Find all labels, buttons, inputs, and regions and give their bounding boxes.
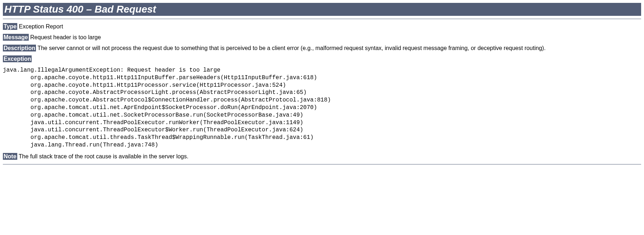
note-label: Note: [3, 153, 17, 160]
note-row: Note The full stack trace of the root ca…: [3, 153, 641, 160]
page-title: HTTP Status 400 – Bad Request: [3, 3, 641, 16]
type-label: Type: [3, 23, 17, 30]
message-value: Request header is too large: [29, 34, 101, 40]
description-row: Description The server cannot or will no…: [3, 45, 641, 51]
divider: [3, 19, 641, 19]
divider: [3, 164, 641, 164]
description-value: The server cannot or will not process th…: [36, 45, 545, 51]
stacktrace: java.lang.IllegalArgumentException: Requ…: [3, 67, 641, 149]
exception-row: Exception: [3, 56, 641, 62]
exception-label: Exception: [3, 55, 32, 62]
message-label: Message: [3, 34, 29, 41]
type-value: Exception Report: [17, 23, 63, 30]
message-row: Message Request header is too large: [3, 34, 641, 41]
note-value: The full stack trace of the root cause i…: [17, 153, 188, 159]
description-label: Description: [3, 45, 36, 51]
type-row: Type Exception Report: [3, 23, 641, 30]
